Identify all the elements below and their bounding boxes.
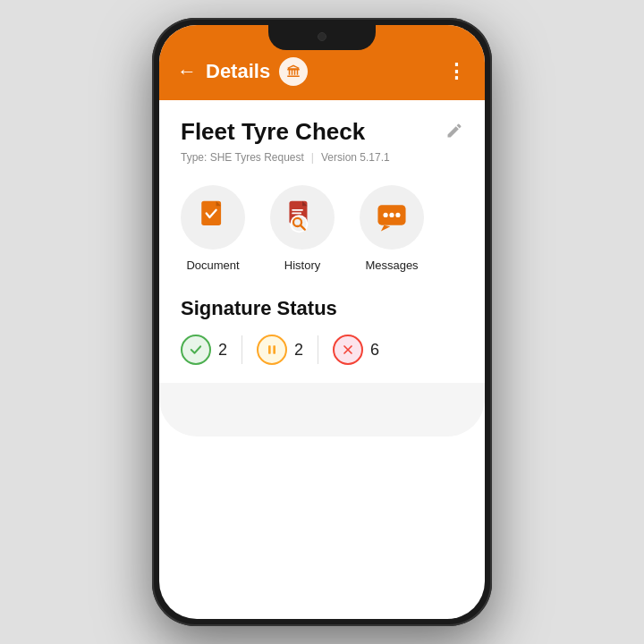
messages-svg (375, 200, 409, 234)
phone-notch (268, 25, 376, 50)
rejected-count: 6 (370, 341, 379, 360)
rejected-badge (333, 335, 363, 365)
edit-button[interactable] (445, 122, 463, 144)
svg-rect-13 (273, 346, 275, 354)
history-label: History (284, 258, 320, 272)
document-circle (181, 185, 245, 250)
main-content: Fleet Tyre Check Type: SHE Tyres Request… (159, 100, 485, 383)
status-divider-2 (318, 335, 318, 364)
status-divider-1 (242, 335, 242, 364)
actions-row: Document (181, 185, 463, 272)
back-button[interactable]: ← (177, 60, 197, 83)
header-title: Details (206, 60, 270, 83)
camera (318, 32, 326, 41)
subtitle: Type: SHE Tyres Request | Version 5.17.1 (181, 151, 463, 164)
phone-screen: ← Details ⋮ Fleet Tyre Check (159, 25, 485, 619)
document-label: Document (186, 258, 239, 272)
svg-point-11 (395, 213, 400, 217)
document-svg (197, 199, 229, 235)
approved-badge (181, 335, 211, 365)
header-left: ← Details (177, 57, 308, 86)
action-document[interactable]: Document (181, 185, 245, 272)
status-rejected: 6 (333, 335, 379, 365)
status-approved: 2 (181, 335, 227, 365)
bottom-area (159, 383, 485, 436)
page-title: Fleet Tyre Check (181, 118, 365, 146)
history-svg (284, 199, 320, 235)
more-button[interactable]: ⋮ (446, 60, 467, 83)
action-messages[interactable]: Messages (360, 185, 424, 272)
check-icon (188, 342, 204, 358)
pending-badge (257, 335, 287, 365)
institution-svg (285, 64, 301, 80)
svg-point-10 (389, 213, 394, 217)
svg-point-9 (384, 213, 388, 217)
subtitle-version: Version 5.17.1 (321, 151, 390, 164)
phone-frame: ← Details ⋮ Fleet Tyre Check (152, 18, 492, 626)
messages-label: Messages (365, 258, 418, 272)
edit-icon (445, 122, 463, 140)
close-icon (341, 343, 355, 357)
history-circle (270, 185, 335, 250)
pause-icon (265, 342, 279, 358)
svg-rect-12 (268, 346, 271, 354)
signature-status-title: Signature Status (181, 297, 463, 320)
pending-count: 2 (294, 341, 303, 360)
title-row: Fleet Tyre Check (181, 118, 463, 146)
action-history[interactable]: History (270, 185, 335, 272)
status-pending: 2 (257, 335, 303, 365)
status-row: 2 2 (181, 335, 463, 365)
approved-count: 2 (218, 341, 227, 360)
subtitle-divider: | (311, 151, 314, 164)
institution-icon[interactable] (279, 57, 308, 86)
messages-circle (360, 185, 424, 250)
subtitle-type: Type: SHE Tyres Request (181, 151, 304, 164)
